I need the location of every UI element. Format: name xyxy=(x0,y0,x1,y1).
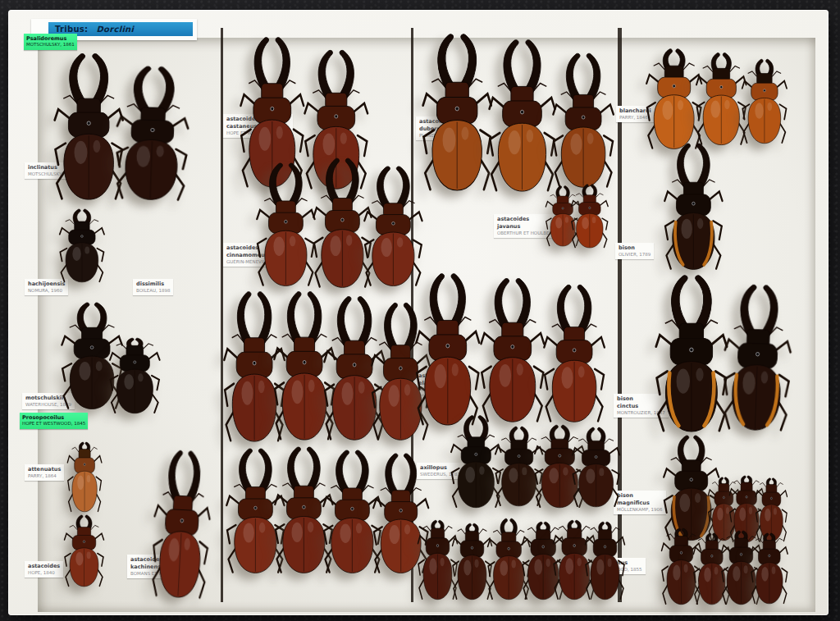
stag-beetle-icon xyxy=(570,183,609,249)
species-author: HOPE, 1840 xyxy=(28,570,60,576)
beetle-specimen xyxy=(719,281,794,433)
stag-beetle-icon xyxy=(741,57,788,144)
genus-name: Prosopocoilus xyxy=(22,414,85,421)
species-name: attenuatus xyxy=(28,466,61,473)
stag-beetle-icon xyxy=(551,51,615,189)
beetle-specimen xyxy=(108,336,162,414)
species-author: NOMURA, 1960 xyxy=(28,288,65,294)
beetle-specimen xyxy=(584,520,626,600)
genus-label: PsalidoremusMOTSCHULSKY, 1861 xyxy=(24,34,77,50)
beetle-specimen xyxy=(487,37,557,193)
beetle-specimen xyxy=(741,57,788,144)
stag-beetle-icon xyxy=(479,276,546,423)
stag-beetle-icon xyxy=(421,31,493,192)
stag-beetle-icon xyxy=(58,208,106,283)
stag-beetle-icon xyxy=(255,161,317,287)
specimen-drawer-photo: Tribus: Dorclini PsalidoremusMOTSCHULSKY… xyxy=(0,0,840,621)
stag-beetle-icon xyxy=(654,272,729,433)
stag-beetle-icon xyxy=(487,37,557,193)
species-label: astacoidesHOPE, 1840 xyxy=(25,561,63,578)
genus-author: MOTSCHULSKY, 1861 xyxy=(26,42,75,48)
beetle-specimen xyxy=(363,164,424,287)
genus-author: HOPE ET WESTWOOD, 1845 xyxy=(22,421,85,427)
beetle-specimen xyxy=(63,514,105,587)
tribus-name: Dorclini xyxy=(96,25,134,34)
stag-beetle-icon xyxy=(414,271,482,427)
stag-beetle-icon xyxy=(149,446,216,600)
species-name: bison xyxy=(617,492,663,500)
species-name: astacoides xyxy=(28,563,60,570)
beetle-specimen xyxy=(663,141,724,271)
tribus-prefix: Tribus: xyxy=(55,25,88,34)
species-label: attenuatusPARRY, 1864 xyxy=(25,464,64,481)
stag-beetle-icon xyxy=(108,336,162,414)
beetle-specimen xyxy=(479,276,546,423)
beetle-specimen xyxy=(58,208,106,283)
beetle-specimen xyxy=(421,31,493,192)
species-author: OLIVIER, 1789 xyxy=(619,252,651,258)
species-author: BOILEAU, 1898 xyxy=(136,288,170,294)
beetle-specimen xyxy=(695,51,748,146)
beetle-specimen xyxy=(414,271,482,427)
beetle-specimen xyxy=(542,282,606,423)
stag-beetle-icon xyxy=(66,441,103,513)
stag-beetle-icon xyxy=(542,282,606,423)
specimen-layer: PsalidoremusMOTSCHULSKY, 1861Prosopocoil… xyxy=(0,0,840,621)
stag-beetle-icon xyxy=(584,520,626,600)
stag-beetle-icon xyxy=(63,514,105,587)
beetle-specimen xyxy=(570,183,609,249)
beetle-specimen xyxy=(750,532,789,605)
stag-beetle-icon xyxy=(571,426,621,508)
stag-beetle-icon xyxy=(112,62,193,202)
genus-label: ProsopocoilusHOPE ET WESTWOOD, 1845 xyxy=(20,413,88,429)
species-name: bison xyxy=(619,244,651,252)
stag-beetle-icon xyxy=(750,532,789,605)
beetle-specimen xyxy=(255,161,317,287)
stag-beetle-icon xyxy=(719,281,794,433)
species-author: MÖLLENKAMP, 1906 xyxy=(617,507,663,513)
species-name: magnificus xyxy=(617,500,663,507)
beetle-specimen xyxy=(551,51,615,189)
beetle-specimen xyxy=(149,446,216,600)
species-author: PARRY, 1864 xyxy=(28,473,61,479)
beetle-specimen xyxy=(571,426,621,508)
beetle-specimen xyxy=(66,441,103,513)
species-label: bisonOLIVIER, 1789 xyxy=(615,243,654,259)
genus-name: Psalidoremus xyxy=(26,35,75,42)
beetle-specimen xyxy=(654,272,729,433)
species-name: dissimilis xyxy=(136,281,170,288)
beetle-specimen xyxy=(112,62,193,202)
stag-beetle-icon xyxy=(663,141,724,271)
stag-beetle-icon xyxy=(695,51,748,146)
species-label: dissimilisBOILEAU, 1898 xyxy=(133,279,173,295)
stag-beetle-icon xyxy=(363,164,424,287)
